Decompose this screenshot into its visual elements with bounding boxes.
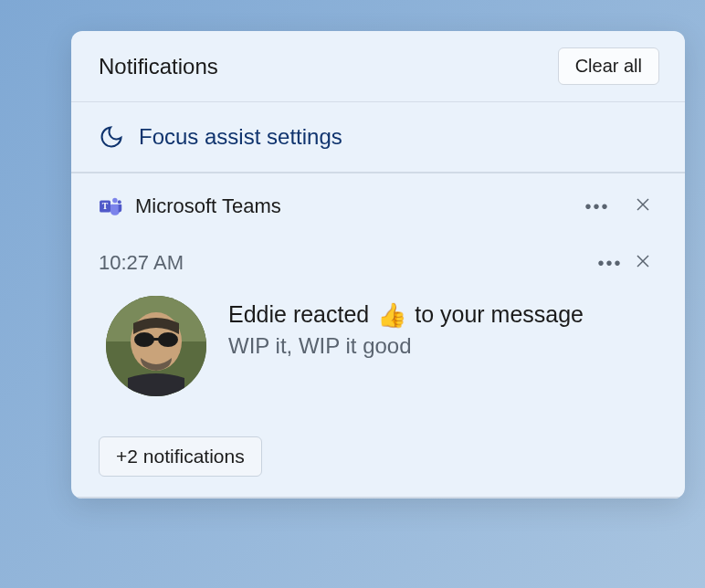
svg-rect-13 [153,338,160,341]
focus-assist-label: Focus assist settings [139,124,342,150]
avatar [106,296,206,396]
dots-icon: ••• [597,254,622,272]
panel-header: Notifications Clear all [71,31,685,102]
item-close-button[interactable] [626,247,659,279]
focus-assist-settings[interactable]: Focus assist settings [71,102,685,173]
timestamp: 10:27 AM [99,251,594,275]
notification-panel: Notifications Clear all Focus assist set… [71,31,685,499]
svg-point-12 [158,332,178,347]
close-icon [636,254,650,273]
item-more-button[interactable]: ••• [594,247,626,279]
item-text: Eddie reacted 👍 to your message WIP it, … [228,296,659,359]
more-notifications-button[interactable]: +2 notifications [99,436,262,477]
app-name: Microsoft Teams [135,194,568,218]
title-suffix: to your message [415,301,584,327]
thumbs-up-icon: 👍 [377,300,406,331]
close-icon [636,197,650,216]
notification-group: T Microsoft Teams ••• [71,173,685,499]
svg-point-11 [134,332,154,347]
item-meta: 10:27 AM ••• [99,247,659,279]
moon-icon [99,124,124,150]
notification-subtitle: WIP it, WIP it good [228,333,659,359]
group-more-button[interactable]: ••• [581,190,614,223]
item-body: Eddie reacted 👍 to your message WIP it, … [99,296,659,396]
svg-point-3 [118,200,121,204]
title-prefix: Eddie reacted [228,301,369,327]
svg-text:T: T [102,201,109,211]
group-close-button[interactable] [626,190,659,223]
notification-title: Eddie reacted 👍 to your message [228,299,659,331]
divider [71,497,685,499]
notification-item[interactable]: 10:27 AM ••• [71,236,685,415]
teams-icon: T [99,194,122,218]
clear-all-button[interactable]: Clear all [558,47,659,85]
dots-icon: ••• [584,197,609,215]
svg-point-2 [112,198,117,203]
app-header: T Microsoft Teams ••• [71,173,685,236]
panel-title: Notifications [99,54,218,79]
